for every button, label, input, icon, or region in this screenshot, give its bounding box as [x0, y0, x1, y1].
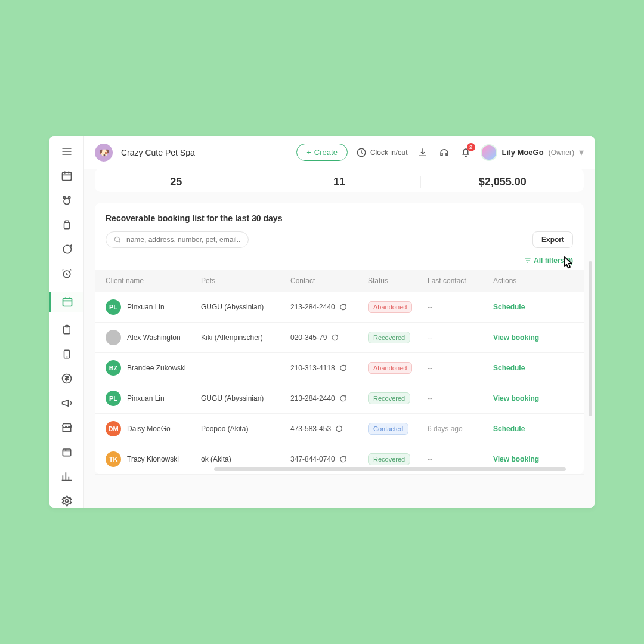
- contact-cell: 020-345-79: [290, 333, 368, 342]
- export-button[interactable]: Export: [532, 231, 573, 248]
- status-badge: Contacted: [368, 423, 408, 435]
- booking-table: Client name Pets Contact Status Last con…: [95, 270, 584, 475]
- svg-point-3: [68, 196, 70, 198]
- store-icon[interactable]: [60, 421, 74, 435]
- headset-icon[interactable]: [438, 146, 451, 159]
- chat-icon[interactable]: [60, 242, 74, 256]
- svg-point-1: [64, 198, 70, 204]
- stats-card: 25 11 $2,055.00: [95, 169, 584, 192]
- client-avatar: TK: [106, 451, 121, 467]
- client-avatar: BZ: [106, 360, 121, 376]
- status-badge: Recovered: [368, 392, 410, 404]
- search-field[interactable]: [126, 236, 241, 244]
- svg-rect-0: [62, 172, 71, 180]
- user-menu[interactable]: Lily MoeGo (Owner) ▾: [481, 144, 584, 161]
- status-cell: Contacted: [368, 423, 428, 435]
- notification-badge: 2: [467, 143, 475, 151]
- search-icon: [113, 236, 122, 244]
- client-avatar: PL: [106, 391, 121, 406]
- status-cell: Recovered: [368, 332, 428, 343]
- contact-cell: 210-313-4118: [290, 364, 368, 372]
- svg-rect-4: [64, 222, 69, 229]
- row-action-link[interactable]: Schedule: [493, 364, 553, 372]
- status-cell: Abandoned: [368, 301, 428, 313]
- client-avatar: PL: [106, 299, 121, 315]
- client-name: Daisy MoeGo: [127, 425, 171, 433]
- status-badge: Abandoned: [368, 362, 412, 374]
- bell-icon[interactable]: 2: [459, 146, 472, 159]
- download-icon[interactable]: [416, 146, 429, 159]
- reports-icon[interactable]: [60, 470, 74, 484]
- client-cell: BZ Brandee Zukowski: [106, 360, 201, 376]
- stat-value-1: 25: [95, 176, 258, 188]
- message-icon[interactable]: [335, 425, 343, 433]
- stat-value-2: 11: [258, 176, 422, 188]
- filter-icon: [524, 257, 531, 264]
- message-icon[interactable]: [339, 364, 347, 372]
- col-contact: Contact: [290, 277, 368, 285]
- calendar-icon[interactable]: [60, 169, 74, 182]
- client-name: Pinxuan Lin: [127, 303, 165, 311]
- table-row: BZ Brandee Zukowski 210-313-4118 Abandon…: [95, 353, 584, 383]
- table-row: Alex Washington Kiki (Affenpinscher) 020…: [95, 323, 584, 353]
- client-cell: Alex Washington: [106, 330, 201, 345]
- panel-title: Recoverable booking list for the last 30…: [95, 213, 584, 231]
- user-name: Lily MoeGo: [502, 148, 544, 157]
- row-action-link[interactable]: Schedule: [493, 425, 553, 433]
- clipboard-icon[interactable]: [60, 323, 74, 336]
- status-cell: Recovered: [368, 453, 428, 465]
- lastcontact-cell: --: [428, 364, 493, 372]
- row-action-link[interactable]: View booking: [493, 333, 553, 342]
- row-action-link[interactable]: View booking: [493, 455, 553, 463]
- svg-point-15: [114, 237, 119, 242]
- content-scroll[interactable]: 25 11 $2,055.00 Recoverable booking list…: [84, 169, 595, 508]
- lastcontact-cell: --: [428, 303, 493, 311]
- svg-rect-7: [63, 298, 72, 306]
- alarm-icon[interactable]: [60, 267, 74, 280]
- create-button[interactable]: +Create: [296, 144, 348, 161]
- business-logo: 🐶: [95, 144, 113, 162]
- dollar-icon[interactable]: [60, 371, 74, 385]
- message-icon[interactable]: [339, 303, 347, 311]
- chevron-down-icon: ▾: [579, 147, 584, 158]
- hamburger-icon[interactable]: [60, 144, 74, 158]
- row-action-link[interactable]: View booking: [493, 394, 553, 402]
- stat-value-3: $2,055.00: [421, 176, 584, 188]
- all-filters-button[interactable]: All filters(0): [95, 254, 584, 270]
- client-name: Pinxuan Lin: [127, 394, 165, 402]
- col-actions: Actions: [493, 277, 553, 285]
- client-name: Alex Washington: [127, 333, 181, 342]
- svg-point-2: [63, 196, 65, 198]
- plus-icon: +: [306, 148, 311, 157]
- contact-cell: 213-284-2440: [290, 303, 368, 311]
- lastcontact-cell: 6 days ago: [428, 425, 493, 433]
- col-client: Client name: [106, 277, 201, 285]
- status-badge: Recovered: [368, 453, 410, 465]
- status-badge: Recovered: [368, 332, 410, 343]
- horizontal-scrollbar[interactable]: [214, 467, 566, 471]
- bookings-icon[interactable]: [49, 292, 83, 312]
- vertical-scrollbar[interactable]: [589, 255, 592, 490]
- device-icon[interactable]: [60, 347, 74, 361]
- contact-cell: 473-583-453: [290, 425, 368, 433]
- message-icon[interactable]: [339, 394, 347, 402]
- row-action-link[interactable]: Schedule: [493, 303, 553, 311]
- table-row: DM Daisy MoeGo Poopoo (Akita) 473-583-45…: [95, 414, 584, 444]
- settings-icon[interactable]: [60, 494, 74, 508]
- app-window: 🐶 Crazy Cute Pet Spa +Create Clock in/ou…: [49, 136, 595, 508]
- booking-list-panel: Recoverable booking list for the last 30…: [95, 203, 584, 475]
- main-area: 🐶 Crazy Cute Pet Spa +Create Clock in/ou…: [84, 136, 595, 508]
- package-icon[interactable]: [60, 445, 74, 459]
- status-badge: Abandoned: [368, 301, 412, 313]
- megaphone-icon[interactable]: [60, 396, 74, 410]
- client-name: Brandee Zukowski: [127, 364, 186, 372]
- clock-button[interactable]: Clock in/out: [356, 146, 408, 159]
- client-cell: TK Tracy Klonowski: [106, 451, 201, 467]
- products-icon[interactable]: [60, 218, 74, 231]
- pet-icon[interactable]: [60, 193, 74, 207]
- message-icon[interactable]: [330, 333, 339, 342]
- client-avatar: DM: [106, 421, 121, 436]
- message-icon[interactable]: [339, 455, 347, 463]
- client-cell: PL Pinxuan Lin: [106, 299, 201, 315]
- search-input[interactable]: [106, 231, 249, 248]
